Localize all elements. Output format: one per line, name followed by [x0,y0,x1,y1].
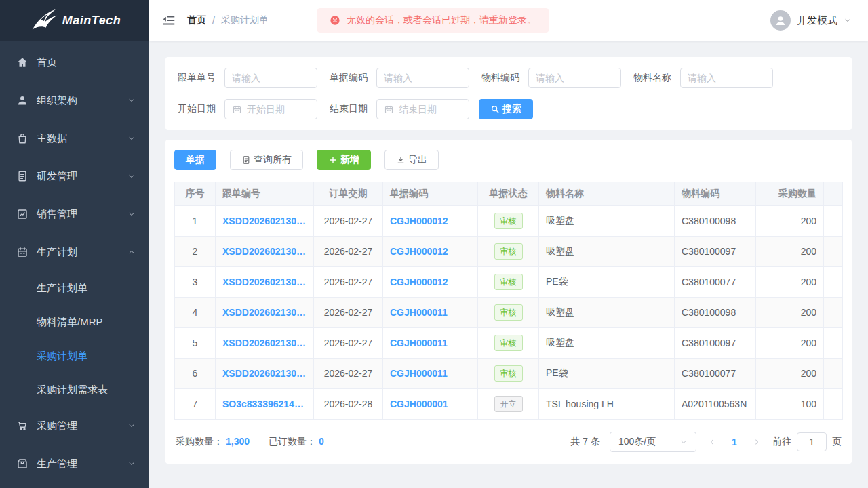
breadcrumb-home[interactable]: 首页 [187,14,206,26]
sidebar-item-production-plan-order[interactable]: 生产计划单 [0,271,149,305]
cell-purchase-qty: 200 [756,359,824,389]
doc-no-link[interactable]: CGJH000001 [390,399,471,409]
sidebar-item-production-plan[interactable]: 生产计划 [0,233,149,271]
cell-seq: 6 [175,359,216,389]
chevron-down-icon [127,422,136,430]
order-no-link[interactable]: SO3c833396214e40 [222,399,307,409]
filter-start-date-input[interactable] [247,104,310,115]
filter-order-no-input[interactable] [232,73,310,83]
cell-purchase-qty: 200 [756,206,824,237]
download-icon [396,155,406,165]
cell-seq: 3 [175,267,216,298]
sidebar-item-org[interactable]: 组织架构 [0,81,149,119]
cell-seq: 4 [175,298,216,328]
table-panel: 单据查询所有新增导出 序号跟单编号订单交期单据编码单据状态物料名称物料编码采购数… [165,140,852,464]
brand-logo: MainTech [0,0,149,41]
sidebar-item-home[interactable]: 首页 [0,43,149,81]
cell-material-code: A0201100563N [675,389,756,420]
doc-no-link[interactable]: CGJH000011 [390,368,471,379]
table-row: 4XSDD2026021306…2026-02-27CGJH000011审核吸塑… [175,298,843,328]
cell-material-name: 吸塑盘 [539,237,675,267]
user-name: 开发模式 [797,14,837,27]
home-icon [16,56,28,68]
query-all-button[interactable]: 查询所有 [230,150,303,170]
ordered-qty-label: 已订数量： [269,436,316,447]
table-row: 1XSDD2026021306…2026-02-27CGJH000012审核吸塑… [175,206,843,237]
sidebar-item-master-data[interactable]: 主数据 [0,119,149,157]
cell-delivery-date: 2026-02-27 [314,237,383,267]
page-number[interactable]: 1 [728,436,741,447]
goto-label: 前往 [772,436,791,448]
status-badge: 审核 [494,213,523,229]
order-no-link[interactable]: XSDD2026021306… [222,277,307,287]
doc-no-link[interactable]: CGJH000011 [390,307,471,318]
breadcrumb: 首页 / 采购计划单 [187,14,269,26]
total-count: 共 7 条 [570,436,600,448]
order-no-link[interactable]: XSDD2026021306… [222,368,307,379]
sidebar-item-rd-management[interactable]: 研发管理 [0,157,149,195]
doc-no-link[interactable]: CGJH000012 [390,246,471,257]
session-error-text: 无效的会话，或者会话已过期，请重新登录。 [347,14,536,26]
order-no-link[interactable]: XSDD2026021306… [222,338,307,348]
cell-material-name: TSL housing LH [539,389,675,420]
cell-material-code: C380100098 [675,298,756,328]
cell-material-code: C380100097 [675,328,756,359]
cell-purchase-qty: 200 [756,298,824,328]
filter-end-date-label: 结束日期 [326,103,368,115]
sidebar-item-production-management[interactable]: 生产管理 [0,445,149,483]
filter-material-code-label: 物料编码 [477,72,519,84]
cell-purchase-qty: 200 [756,267,824,298]
brand-swoosh-icon [28,7,58,33]
cell-seq: 5 [175,328,216,359]
topbar: 首页 / 采购计划单 无效的会话，或者会话已过期，请重新登录。 开发模式 [149,0,868,41]
col-header: 跟单编号 [216,182,314,206]
table-row: 2XSDD2026021306…2026-02-27CGJH000012审核吸塑… [175,237,843,267]
doc-no-link[interactable]: CGJH000012 [390,277,471,287]
sidebar-item-bom-mrp[interactable]: 物料清单/MRP [0,305,149,339]
sidebar-item-purchase-plan-demand[interactable]: 采购计划需求表 [0,373,149,407]
cart-icon [16,420,28,432]
next-page-button[interactable] [751,438,763,446]
purchase-qty-summary: 采购数量：1,300 [176,436,250,448]
filter-material-name-input[interactable] [688,73,766,83]
order-no-link[interactable]: XSDD2026021306… [222,216,307,226]
cell-delivery-date: 2026-02-27 [314,206,383,237]
doc-no-link[interactable]: CGJH000011 [390,338,471,348]
filter-doc-code-input[interactable] [384,73,462,83]
page-size-select[interactable]: 100条/页 [610,432,696,452]
cell-purchase-qty: 200 [756,237,824,267]
user-menu[interactable]: 开发模式 [770,10,852,30]
status-badge: 审核 [494,304,523,321]
col-header: 序号 [175,182,216,206]
table-row: 3XSDD2026021306…2026-02-27CGJH000012审核PE… [175,267,843,298]
doc-no-link[interactable]: CGJH000012 [390,216,471,226]
status-badge: 审核 [494,335,523,351]
cell-material-name: 吸塑盘 [539,206,675,237]
filter-order-no: 跟单单号 [174,68,317,88]
doc-button[interactable]: 单据 [174,150,216,170]
table-header-row: 序号跟单编号订单交期单据编码单据状态物料名称物料编码采购数量 [175,182,843,206]
goto-page-input[interactable] [797,432,827,451]
order-no-link[interactable]: XSDD2026021306… [222,246,307,257]
filter-material-code-input[interactable] [536,73,614,83]
sidebar-fold-icon[interactable] [161,13,176,28]
doc-icon [241,155,251,165]
cell-material-code: C380100077 [675,267,756,298]
sidebar-menu: 首页组织架构主数据研发管理销售管理生产计划生产计划单物料清单/MRP采购计划单采… [0,41,149,488]
sidebar-item-sales-management[interactable]: 销售管理 [0,195,149,233]
chevron-down-icon [844,16,852,24]
sidebar-item-purchase-management[interactable]: 采购管理 [0,407,149,445]
export-button[interactable]: 导出 [384,150,439,170]
cell-delivery-date: 2026-02-27 [314,298,383,328]
filter-row-1: 跟单单号单据编码物料编码物料名称 [174,68,844,99]
filter-panel: 跟单单号单据编码物料编码物料名称 开始日期结束日期搜索 [165,57,852,130]
cell-material-name: PE袋 [539,267,675,298]
sidebar-item-purchase-plan-order[interactable]: 采购计划单 [0,339,149,373]
add-button[interactable]: 新增 [317,150,371,170]
search-button[interactable]: 搜索 [479,99,533,119]
order-no-link[interactable]: XSDD2026021306… [222,307,307,318]
filter-end-date-input[interactable] [399,104,462,115]
filter-start-date: 开始日期 [174,99,317,119]
prev-page-button[interactable] [706,438,718,446]
status-badge: 审核 [494,274,523,290]
